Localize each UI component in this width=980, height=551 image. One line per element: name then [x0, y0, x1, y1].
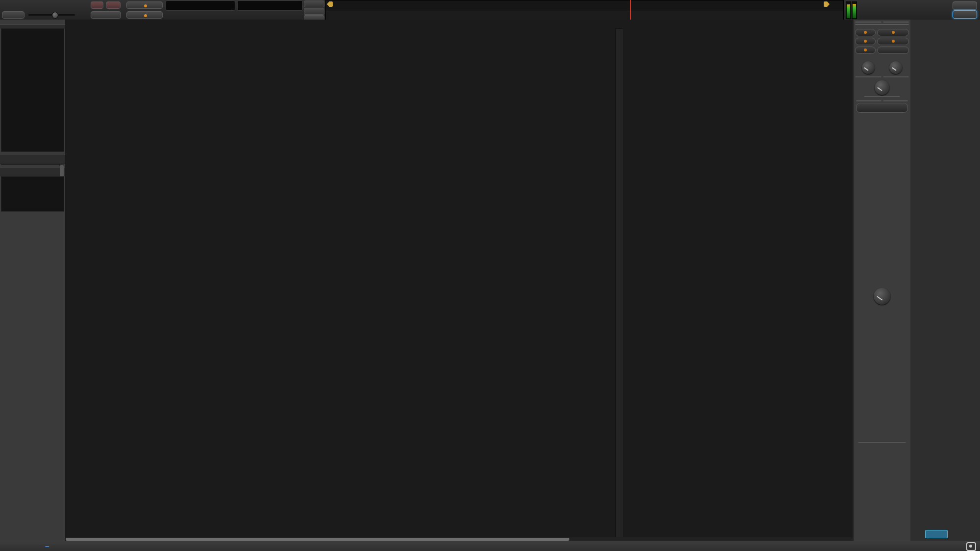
sync-source-button[interactable] — [2, 11, 24, 19]
excl-solo-led — [892, 31, 895, 34]
strips-list — [1, 164, 60, 165]
audition-alert-button[interactable] — [304, 8, 324, 15]
alert-button-stack — [304, 0, 324, 20]
auditioning-button[interactable] — [855, 24, 909, 25]
shuttle-slider-handle[interactable] — [52, 12, 58, 19]
groups-list-header — [0, 167, 65, 176]
marker-mark14[interactable] — [327, 1, 333, 7]
record-status-icon — [966, 542, 976, 551]
isolated-button[interactable] — [883, 22, 909, 23]
favorite-plugins-header[interactable] — [0, 24, 65, 28]
auto-return-button[interactable] — [126, 11, 163, 19]
afl-button[interactable] — [855, 47, 876, 54]
afl-led — [864, 48, 867, 51]
marker-lane[interactable] — [325, 0, 844, 12]
monitor-mute-button[interactable] — [856, 103, 908, 113]
dim-level-value[interactable] — [864, 96, 900, 97]
primary-clock[interactable] — [166, 0, 235, 11]
monitor-gain-knob[interactable] — [874, 288, 890, 305]
groups-list — [1, 176, 64, 212]
secondary-clock[interactable] — [237, 0, 303, 11]
mixbus-32c-window: − — [0, 0, 980, 551]
monitor-section — [853, 20, 910, 541]
solo-mute-led — [892, 40, 895, 43]
master-meter-left — [846, 1, 851, 19]
vca-output-button[interactable] — [925, 530, 948, 538]
remove-track-button[interactable]: − — [45, 542, 49, 551]
sip-cut-value[interactable] — [883, 76, 909, 77]
app-logo — [0, 20, 65, 24]
pfl-led — [864, 40, 867, 43]
exclusive-solo-button[interactable] — [877, 29, 909, 36]
soloing-button[interactable] — [855, 22, 882, 23]
favorite-plugins-empty-area[interactable] — [1, 28, 64, 152]
strips-list-scrollbar[interactable] — [59, 165, 64, 166]
punch-in-button[interactable] — [91, 1, 103, 9]
solo-boost-knob[interactable] — [862, 61, 875, 74]
rec-mode-button[interactable] — [91, 11, 121, 19]
solo-mute-button[interactable] — [877, 38, 909, 45]
mixer-strips-area — [66, 20, 853, 541]
editor-window-button[interactable] — [953, 1, 977, 10]
master-meter-right — [852, 1, 857, 19]
dim-button[interactable] — [883, 100, 908, 101]
solo-boost-value[interactable] — [855, 76, 882, 77]
pfl-button[interactable] — [855, 38, 876, 45]
follow-range-led — [144, 4, 147, 7]
transport-toolbar — [0, 0, 980, 20]
vca-panel — [910, 20, 980, 541]
strips-list-header — [0, 155, 65, 164]
solo-alert-button[interactable] — [304, 0, 324, 7]
status-bar: − — [0, 541, 980, 551]
monitor-output-button[interactable] — [858, 442, 906, 443]
collapsed-strip[interactable] — [615, 28, 623, 538]
punch-out-button[interactable] — [106, 1, 121, 9]
sip-button[interactable] — [855, 29, 876, 36]
mixer-sidebar — [0, 20, 66, 541]
mono-button[interactable] — [856, 100, 882, 101]
auto-return-led — [144, 14, 147, 17]
processors-button[interactable] — [877, 47, 909, 54]
playhead[interactable] — [630, 0, 631, 20]
dim-level-knob[interactable] — [875, 80, 889, 95]
timecode-ruler[interactable] — [325, 11, 844, 20]
sip-led — [864, 31, 867, 34]
sip-cut-knob[interactable] — [889, 61, 902, 74]
mixer-window-button[interactable] — [953, 10, 977, 19]
follow-range-button[interactable] — [126, 1, 163, 9]
shuttle-slider[interactable] — [28, 14, 75, 16]
marker-intro-v1[interactable] — [824, 1, 830, 7]
